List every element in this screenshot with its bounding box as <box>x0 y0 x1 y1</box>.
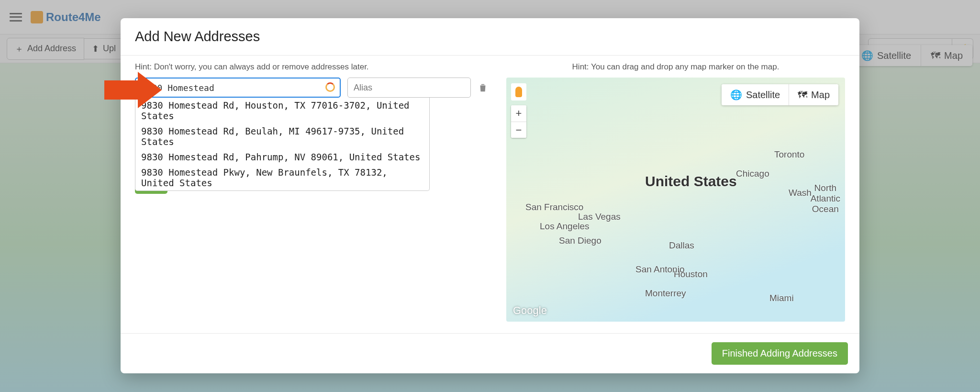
map-label-atlantic: North Atlantic Ocean <box>811 183 840 214</box>
map-label-sa: San Antonio <box>635 264 684 275</box>
map-label-us: United States <box>645 173 737 190</box>
address-input[interactable] <box>135 78 341 98</box>
zoom-out-button[interactable]: − <box>511 122 526 138</box>
map-label-miami: Miami <box>769 293 794 303</box>
map-label-lv: Las Vegas <box>578 212 621 222</box>
pegman-icon[interactable] <box>511 83 526 101</box>
alias-input[interactable] <box>347 78 471 98</box>
map-icon: 🗺 <box>798 90 807 101</box>
callout-arrow-icon <box>104 72 162 108</box>
map-label-sd: San Diego <box>559 235 601 246</box>
address-suggestions: 9830 Homestead Rd, Houston, TX 77016-370… <box>135 98 430 191</box>
modal-title: Add New Addresses <box>121 18 859 56</box>
hint-right: Hint: You can drag and drop any map mark… <box>572 62 780 72</box>
delete-row-button[interactable] <box>478 82 488 93</box>
map-label-toronto: Toronto <box>774 149 804 160</box>
modal-map-button[interactable]: 🗺 Map <box>789 84 838 105</box>
map-label-dallas: Dallas <box>669 240 694 251</box>
add-addresses-modal: Add New Addresses Hint: Don't worry, you… <box>121 18 859 373</box>
zoom-in-button[interactable]: + <box>511 105 526 122</box>
map-label-la: Los Angeles <box>540 221 590 232</box>
suggestion-item[interactable]: 9830 Homestead Pkwy, New Braunfels, TX 7… <box>135 165 429 190</box>
map-label-wash: Wash <box>789 188 812 198</box>
google-watermark: Google <box>513 304 547 317</box>
hint-left: Hint: Don't worry, you can always add or… <box>135 62 369 72</box>
modal-map-type-toggle: 🌐 Satellite 🗺 Map <box>722 84 838 105</box>
suggestion-item[interactable]: 9830 Homestead Rd, Pahrump, NV 89061, Un… <box>135 149 429 165</box>
modal-satellite-button[interactable]: 🌐 Satellite <box>722 84 789 105</box>
map-label-chicago: Chicago <box>736 168 769 179</box>
map-label-sf: San Francisco <box>525 202 583 213</box>
map-label-monterrey: Monterrey <box>645 288 686 299</box>
globe-icon: 🌐 <box>730 89 742 101</box>
svg-marker-0 <box>104 72 162 108</box>
modal-map[interactable]: + − 🌐 Satellite 🗺 Map United States San … <box>506 78 845 322</box>
suggestion-item[interactable]: 9830 Homestead Rd, Houston, TX 77016-370… <box>135 98 429 123</box>
suggestion-item[interactable]: 9830 Homestead Rd, Beulah, MI 49617-9735… <box>135 123 429 149</box>
finished-adding-button[interactable]: Finished Adding Addresses <box>712 342 848 365</box>
loading-spinner-icon <box>325 82 335 92</box>
